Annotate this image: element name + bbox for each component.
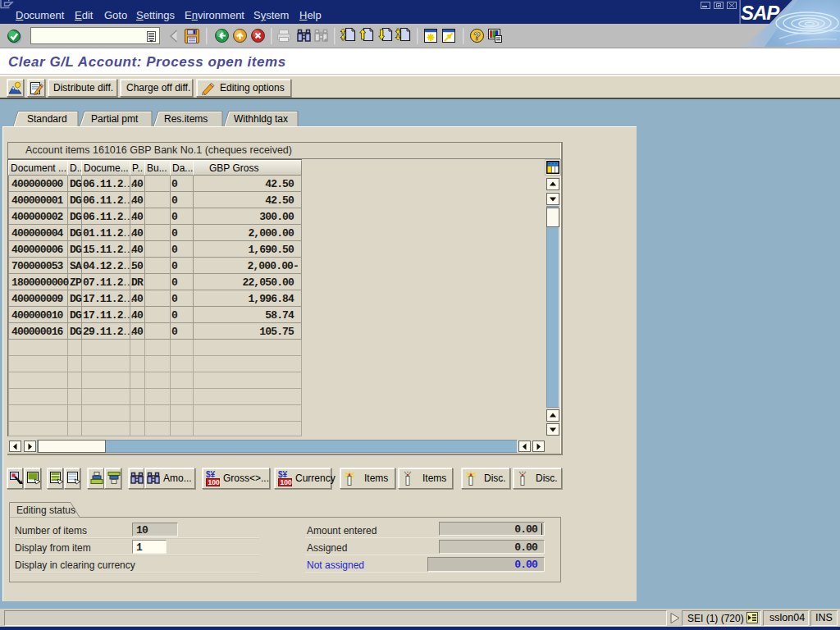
svg-text:Withhldg tax: Withhldg tax [234, 113, 288, 125]
svg-text:100: 100 [281, 478, 292, 486]
svg-text:SAP: SAP [741, 2, 780, 24]
svg-text:?: ? [473, 30, 481, 43]
svg-text:100: 100 [208, 478, 220, 486]
svg-text:Standard: Standard [27, 113, 67, 125]
svg-text:Res.items: Res.items [164, 113, 208, 125]
svg-text:Partial pmt: Partial pmt [91, 113, 139, 125]
